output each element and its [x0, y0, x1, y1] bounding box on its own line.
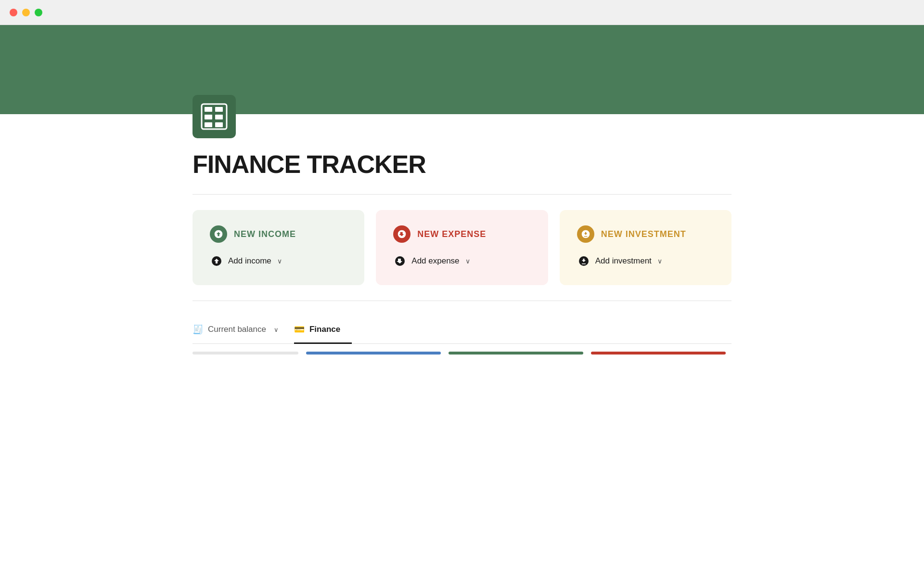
svg-rect-1: [205, 107, 212, 112]
add-expense-icon: [393, 254, 407, 268]
expense-card-header: NEW EXPENSE: [393, 225, 530, 243]
close-button[interactable]: [10, 9, 17, 16]
add-investment-icon: [577, 254, 590, 268]
balance-tab-icon: 🧾: [192, 324, 203, 335]
expense-card: NEW EXPENSE Add expense ∨: [376, 210, 548, 285]
balance-tab-chevron: ∨: [274, 326, 279, 333]
expense-card-title: NEW EXPENSE: [417, 229, 486, 239]
add-investment-button[interactable]: Add investment ∨: [577, 252, 714, 270]
investment-card-header: NEW INVESTMENT: [577, 225, 714, 243]
income-icon: [210, 225, 227, 243]
tab-current-balance[interactable]: 🧾 Current balance ∨: [192, 316, 290, 344]
add-income-button[interactable]: Add income ∨: [210, 252, 347, 270]
expense-chevron-icon: ∨: [465, 257, 470, 265]
add-expense-button[interactable]: Add expense ∨: [393, 252, 530, 270]
tab-finance[interactable]: 💳 Finance: [294, 316, 352, 344]
income-action-icon: [211, 255, 222, 267]
download-circle-icon: [581, 229, 590, 239]
main-content: FINANCE TRACKER NEW INCOME: [125, 95, 799, 355]
balance-tab-label: Current balance: [208, 325, 266, 334]
income-card-header: NEW INCOME: [210, 225, 347, 243]
down-circle-icon: [397, 229, 407, 239]
svg-rect-4: [215, 115, 223, 119]
title-divider: [192, 194, 732, 195]
investment-icon: [577, 225, 594, 243]
investment-chevron-icon: ∨: [657, 257, 662, 265]
minimize-button[interactable]: [22, 9, 30, 16]
app-icon: [192, 95, 236, 138]
finance-tab-label: Finance: [309, 325, 340, 334]
bar-green: [449, 352, 583, 355]
expense-icon: [393, 225, 411, 243]
bar-blue: [306, 352, 441, 355]
income-card: NEW INCOME Add income ∨: [192, 210, 364, 285]
bar-empty: [192, 352, 298, 355]
expense-action-icon: [394, 255, 406, 267]
window-chrome: [0, 0, 924, 25]
cards-grid: NEW INCOME Add income ∨: [192, 210, 732, 285]
svg-rect-2: [215, 107, 223, 112]
color-bars: [192, 352, 732, 355]
svg-rect-6: [215, 122, 223, 127]
maximize-button[interactable]: [35, 9, 42, 16]
add-income-icon: [210, 254, 223, 268]
investment-action-icon: [578, 255, 590, 267]
bottom-tabs: 🧾 Current balance ∨ 💳 Finance: [192, 316, 732, 344]
page-title: FINANCE TRACKER: [192, 150, 732, 179]
income-chevron-icon: ∨: [277, 257, 282, 265]
finance-tab-icon: 💳: [294, 324, 305, 335]
add-income-label: Add income: [228, 256, 271, 266]
income-card-title: NEW INCOME: [234, 229, 296, 239]
spreadsheet-icon: [200, 102, 229, 131]
cards-divider: [192, 301, 732, 301]
svg-rect-3: [205, 115, 212, 119]
add-expense-label: Add expense: [411, 256, 459, 266]
svg-rect-5: [205, 122, 212, 127]
investment-card: NEW INVESTMENT Add investment ∨: [560, 210, 732, 285]
bar-red: [591, 352, 726, 355]
investment-card-title: NEW INVESTMENT: [601, 229, 686, 239]
app-icon-container: [192, 95, 732, 138]
add-investment-label: Add investment: [595, 256, 652, 266]
up-circle-icon: [214, 229, 223, 239]
